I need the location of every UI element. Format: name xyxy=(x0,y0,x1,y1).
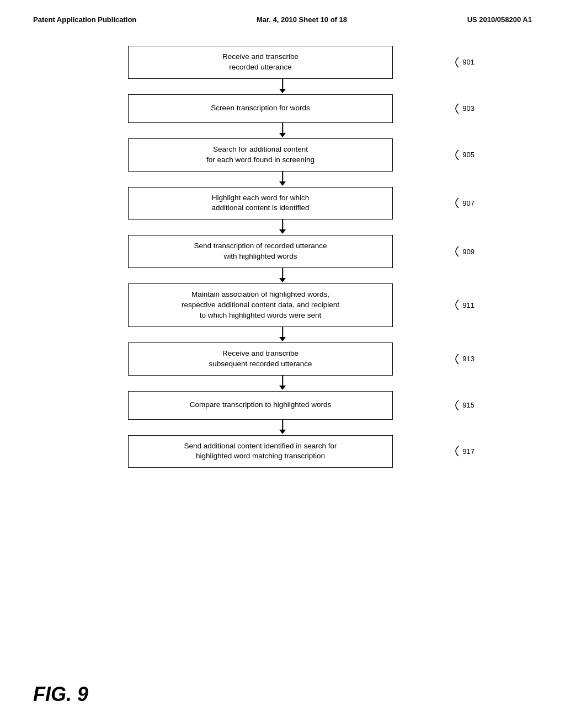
step-row-915: Compare transcription to highlighted wor… xyxy=(128,391,437,420)
step-label-905: 905 xyxy=(451,149,475,161)
step-box-907: Highlight each word for which additional… xyxy=(128,187,393,220)
step-box-909: Send transcription of recorded utterance… xyxy=(128,235,393,268)
figure-label: FIG. 9 xyxy=(33,683,88,706)
step-box-911: Maintain association of highlighted word… xyxy=(128,283,393,327)
step-label-913: 913 xyxy=(451,353,475,365)
step-row-917: Send additional content identified in se… xyxy=(128,435,437,468)
step-box-917: Send additional content identified in se… xyxy=(128,435,393,468)
arrow-909 xyxy=(150,268,415,283)
header-left: Patent Application Publication xyxy=(33,15,136,24)
step-box-903: Screen transcription for words xyxy=(128,94,393,123)
page-header: Patent Application Publication Mar. 4, 2… xyxy=(0,0,565,24)
header-middle: Mar. 4, 2010 Sheet 10 of 18 xyxy=(257,15,347,24)
diagram-container: Receive and transcribe recorded utteranc… xyxy=(0,46,565,468)
step-label-903: 903 xyxy=(451,103,475,115)
step-box-905: Search for additional content for each w… xyxy=(128,138,393,172)
step-row-909: Send transcription of recorded utterance… xyxy=(128,235,437,268)
step-row-911: Maintain association of highlighted word… xyxy=(128,283,437,327)
step-label-909: 909 xyxy=(451,245,475,258)
arrow-905 xyxy=(150,172,415,187)
step-label-907: 907 xyxy=(451,197,475,209)
flow-wrapper: Receive and transcribe recorded utteranc… xyxy=(128,46,437,468)
step-box-913: Receive and transcribe subsequent record… xyxy=(128,342,393,376)
step-label-911: 911 xyxy=(451,299,475,311)
step-row-903: Screen transcription for words903 xyxy=(128,94,437,123)
arrow-915 xyxy=(150,420,415,435)
arrow-901 xyxy=(150,79,415,94)
arrow-907 xyxy=(150,220,415,235)
step-label-901: 901 xyxy=(451,56,475,68)
step-row-907: Highlight each word for which additional… xyxy=(128,187,437,220)
step-label-915: 915 xyxy=(451,399,475,411)
step-row-913: Receive and transcribe subsequent record… xyxy=(128,342,437,376)
step-label-917: 917 xyxy=(451,445,475,457)
header-right: US 2010/058200 A1 xyxy=(467,15,532,24)
step-row-905: Search for additional content for each w… xyxy=(128,138,437,172)
arrow-911 xyxy=(150,327,415,342)
step-box-901: Receive and transcribe recorded utteranc… xyxy=(128,46,393,79)
arrow-903 xyxy=(150,123,415,138)
step-row-901: Receive and transcribe recorded utteranc… xyxy=(128,46,437,79)
step-box-915: Compare transcription to highlighted wor… xyxy=(128,391,393,420)
arrow-913 xyxy=(150,376,415,391)
